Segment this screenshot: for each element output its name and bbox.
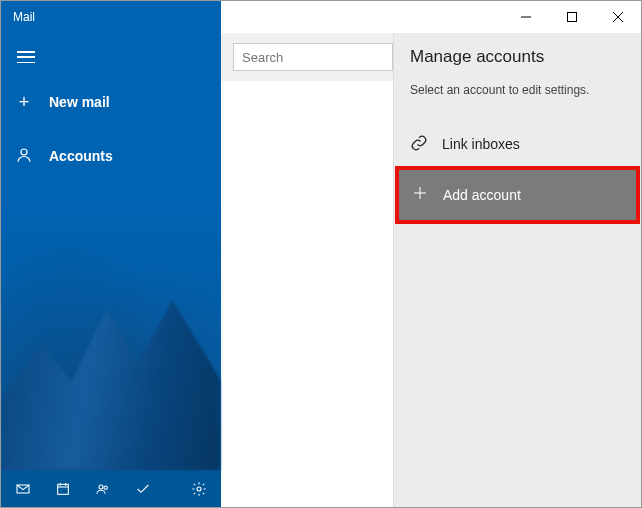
plus-icon (15, 92, 33, 113)
search-input[interactable] (233, 43, 393, 71)
link-inboxes-item[interactable]: Link inboxes (394, 121, 641, 167)
link-icon (410, 134, 428, 155)
accounts-nav-item[interactable]: Accounts (1, 135, 221, 177)
app-title: Mail (1, 1, 221, 33)
svg-point-12 (197, 487, 201, 491)
svg-point-4 (21, 149, 27, 155)
new-mail-label: New mail (49, 94, 110, 110)
plus-icon (411, 184, 429, 207)
svg-point-11 (104, 486, 107, 489)
svg-point-10 (99, 485, 103, 489)
calendar-icon[interactable] (55, 481, 71, 497)
add-account-item[interactable]: Add account (395, 166, 640, 224)
svg-rect-1 (568, 13, 577, 22)
people-icon[interactable] (95, 481, 111, 497)
add-account-label: Add account (443, 187, 521, 203)
hamburger-menu-button[interactable] (1, 33, 221, 81)
person-icon (15, 146, 33, 167)
svg-rect-6 (58, 484, 69, 494)
panel-title: Manage accounts (394, 47, 641, 67)
link-inboxes-label: Link inboxes (442, 136, 520, 152)
todo-icon[interactable] (135, 481, 151, 497)
new-mail-button[interactable]: New mail (1, 81, 221, 123)
mail-icon[interactable] (15, 481, 31, 497)
panel-subtitle: Select an account to edit settings. (394, 83, 641, 97)
accounts-label: Accounts (49, 148, 113, 164)
minimize-button[interactable] (503, 1, 549, 33)
maximize-button[interactable] (549, 1, 595, 33)
settings-icon[interactable] (191, 481, 207, 497)
close-button[interactable] (595, 1, 641, 33)
manage-accounts-panel: Manage accounts Select an account to edi… (393, 33, 641, 507)
hamburger-icon (17, 51, 35, 63)
